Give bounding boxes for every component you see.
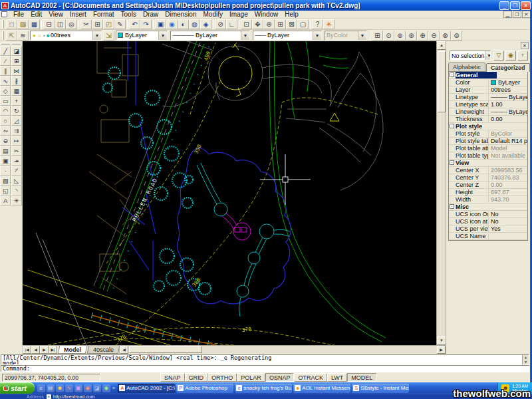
menu-draw[interactable]: Draw	[140, 11, 162, 19]
property-category[interactable]: -View	[449, 160, 527, 167]
menu-image[interactable]: Image	[226, 11, 251, 19]
region-button[interactable]: ◱	[0, 186, 11, 196]
tab-nav-button[interactable]: ▶	[40, 346, 49, 354]
property-value[interactable]: 00trees	[489, 86, 527, 93]
palette-tab-categorized[interactable]: Categorized	[486, 63, 530, 72]
address-url[interactable]: http://brentroad.com	[53, 394, 95, 399]
menu-help[interactable]: Help	[281, 11, 302, 19]
publish-web-button[interactable]: ◍	[189, 19, 200, 29]
menu-insert[interactable]: Insert	[66, 11, 90, 19]
media-player-icon[interactable]: ◉	[84, 384, 92, 392]
taskbar-task[interactable]: PAdobe Photoshop	[176, 384, 233, 393]
status-toggle-model[interactable]: MODEL	[347, 373, 376, 382]
erase-button[interactable]: ◪	[11, 46, 22, 56]
property-value[interactable]: No	[489, 218, 527, 225]
property-row[interactable]: UCS Name	[449, 233, 527, 240]
quick-select-filter-button[interactable]: ▽	[493, 51, 504, 61]
status-toggle-osnap[interactable]: OSNAP	[265, 373, 295, 382]
taskbar-task[interactable]: AAutoCAD 2002 - [C:\...	[118, 384, 175, 393]
tab-nav-button[interactable]: ◀	[31, 346, 40, 354]
hyperlink-button[interactable]: ⊘	[215, 19, 226, 29]
property-row[interactable]: UCS icon at originNo	[449, 218, 527, 225]
construction-line-button[interactable]: ⁄	[0, 56, 11, 66]
zoom-window-button[interactable]: ⊞	[372, 31, 383, 41]
zoom-in-button[interactable]: ⊕	[417, 31, 428, 41]
print-preview-button[interactable]: ◫	[55, 19, 66, 29]
menu-tools[interactable]: Tools	[118, 11, 140, 19]
restore-button[interactable]: ❐	[510, 1, 520, 10]
zoom-previous-button[interactable]: ⊠	[286, 19, 297, 29]
named-views-button[interactable]: ⊡	[241, 19, 252, 29]
pickadd-toggle-button[interactable]: +	[517, 51, 528, 61]
save-button[interactable]: ▦	[29, 19, 40, 29]
arc-button[interactable]: ◠	[0, 106, 11, 116]
toolbar-grip[interactable]	[2, 31, 4, 40]
property-value[interactable]: ———ByLayer	[489, 94, 527, 100]
mdi-minimize-button[interactable]: ▁	[503, 11, 512, 18]
trim-button[interactable]: ✂	[11, 146, 22, 156]
layers-dialog-button[interactable]: ≋	[17, 31, 29, 41]
quick-select-button[interactable]: ◉	[505, 51, 516, 61]
property-value[interactable]: 0.00	[489, 116, 527, 122]
copy-object-button[interactable]: ⊞	[11, 56, 22, 66]
collapse-icon[interactable]: -	[450, 160, 454, 165]
property-value[interactable]: ByLayer	[489, 79, 527, 86]
tab-model[interactable]: Model	[58, 346, 88, 354]
property-category[interactable]: -Misc	[449, 203, 527, 211]
redo-button[interactable]: ↷	[140, 19, 152, 29]
taskbar-task[interactable]: SSBstyle - Instant Mes...	[352, 384, 409, 393]
menu-file[interactable]: File	[10, 11, 27, 19]
scroll-down-icon[interactable]: ▼	[437, 336, 446, 345]
cut-button[interactable]: ✂	[80, 19, 92, 29]
show-desktop-icon[interactable]: ▤	[47, 384, 55, 392]
property-row[interactable]: Plot styleByColor	[449, 130, 527, 138]
property-row[interactable]: Lineweight———ByLayer	[449, 108, 527, 116]
line-button[interactable]: ╱	[0, 46, 11, 56]
menu-modify[interactable]: Modify	[200, 11, 226, 19]
taskbar-task[interactable]: ☻AOL Instant Messeng...	[293, 384, 350, 393]
open-button[interactable]: ▨	[17, 19, 29, 29]
property-row[interactable]: Plot style tableDefault R14 pen assig	[449, 138, 527, 145]
property-row[interactable]: Plot table typeNot available	[449, 152, 527, 160]
status-toggle-polar[interactable]: POLAR	[237, 373, 265, 382]
polyline-button[interactable]: ∿	[0, 76, 11, 86]
property-row[interactable]: Height697.87	[449, 189, 527, 196]
offset-button[interactable]: ∦	[11, 76, 22, 86]
meet-now-button[interactable]: ◐	[178, 19, 189, 29]
circle-button[interactable]: ○	[0, 116, 11, 126]
menu-view[interactable]: View	[45, 11, 66, 19]
property-row[interactable]: Linetype———ByLayer	[449, 94, 527, 101]
ucs-button[interactable]: ∟	[226, 19, 237, 29]
property-value[interactable]: 0.00	[489, 182, 527, 188]
layer-combo[interactable]: ●☼▪■ 00trees ▼	[30, 31, 102, 41]
new-button[interactable]: □	[6, 19, 17, 29]
collapse-icon[interactable]: -	[450, 72, 454, 77]
etransmit-button[interactable]: ◈	[200, 19, 211, 29]
undo-button[interactable]: ↶	[129, 19, 140, 29]
property-value[interactable]: 740376.83	[489, 174, 527, 181]
winamp-icon[interactable]: ∿	[65, 384, 73, 392]
tab-nav-button[interactable]: |◀	[23, 346, 31, 354]
print-button[interactable]: ⊟	[43, 19, 55, 29]
close-button[interactable]: ✕	[521, 1, 531, 10]
property-row[interactable]: Center X2099583.56	[449, 167, 527, 174]
scroll-right-icon[interactable]: ▶	[437, 346, 446, 354]
chamfer-button[interactable]: ◺	[11, 176, 22, 186]
stretch-button[interactable]: ⇉	[11, 126, 22, 136]
status-toggle-lwt[interactable]: LWT	[327, 373, 347, 382]
zoom-scale-button[interactable]: ⊚	[394, 31, 406, 41]
tab-40scale[interactable]: 40scale	[87, 346, 120, 354]
move-button[interactable]: +	[11, 96, 22, 106]
scroll-up-icon[interactable]: ▲	[437, 41, 446, 50]
palette-tab-alphabetic[interactable]: Alphabetic	[448, 63, 485, 71]
minimize-button[interactable]: _	[499, 1, 509, 10]
title-bar[interactable]: A AutoCAD 2002 - [C:\Documents and Setti…	[0, 0, 532, 11]
point-a-button[interactable]: ◉	[166, 19, 178, 29]
help-button[interactable]: ?	[312, 19, 323, 29]
chevron-down-icon[interactable]: ▼	[92, 31, 101, 40]
linetype-combo[interactable]: ———— ByLayer ▼	[170, 31, 250, 41]
mdi-restore-button[interactable]: ❐	[513, 11, 521, 18]
make-block-button[interactable]: ▣	[0, 156, 11, 166]
ie-icon[interactable]: e	[37, 384, 45, 392]
property-value[interactable]: ———ByLayer	[489, 108, 527, 115]
